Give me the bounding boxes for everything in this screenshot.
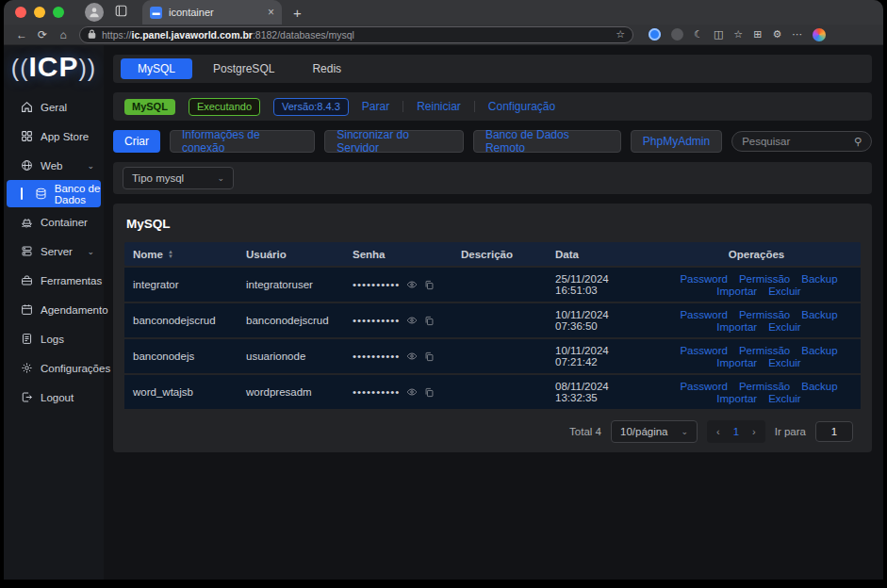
op-backup-link[interactable]: Backup (801, 309, 837, 320)
sync-server-button[interactable]: Sincronizar do Servidor (324, 130, 464, 153)
op-excluir-link[interactable]: Excluir (768, 393, 801, 404)
op-password-link[interactable]: Password (680, 345, 728, 356)
sidebar-item-app-store[interactable]: App Store (4, 122, 104, 151)
home-icon (21, 101, 33, 113)
eye-icon[interactable] (406, 315, 418, 326)
table-row: banconodejscrud banconodejscrud ••••••••… (124, 303, 861, 337)
op-permissao-link[interactable]: Permissão (739, 381, 790, 392)
sidebar-item-logout[interactable]: Logout (4, 383, 104, 412)
cell-data: 25/11/2024 16:51:03 (547, 273, 652, 296)
sidebar-item-server[interactable]: Server ⌄ (4, 237, 104, 266)
config-link[interactable]: Configuração (488, 100, 555, 113)
restart-link[interactable]: Reiniciar (417, 100, 461, 113)
remote-db-button[interactable]: Banco de Dados Remoto (473, 130, 621, 153)
app-area: ((ICP)) Geral App Store Web ⌄ (4, 45, 883, 580)
op-password-link[interactable]: Password (680, 273, 728, 285)
sidebar-item-geral[interactable]: Geral (4, 92, 104, 122)
op-permissao-link[interactable]: Permissão (739, 309, 790, 320)
op-backup-link[interactable]: Backup (801, 381, 837, 392)
eye-icon[interactable] (406, 351, 418, 362)
sidebar-item-configuracoes[interactable]: Configurações (4, 353, 104, 383)
sidebar-item-logs[interactable]: Logs (4, 324, 104, 353)
copy-icon[interactable] (424, 351, 435, 362)
cell-usuario: banconodejscrud (238, 315, 344, 326)
op-password-link[interactable]: Password (680, 381, 728, 392)
sidebar-item-agendamento[interactable]: Agendamento (4, 295, 104, 324)
phpmyadmin-button[interactable]: PhpMyAdmin (631, 130, 722, 153)
sidebar-item-ferramentas[interactable]: Ferramentas (4, 266, 104, 295)
maximize-window-button[interactable] (53, 7, 64, 18)
lock-icon (88, 29, 96, 41)
logs-icon (21, 333, 33, 345)
op-excluir-link[interactable]: Excluir (768, 286, 801, 297)
sidebar-item-label: Logout (41, 392, 74, 403)
copy-icon[interactable] (424, 387, 435, 398)
collections-icon[interactable]: ⊞ (753, 28, 762, 41)
extension-blue-icon[interactable] (649, 28, 661, 41)
back-icon[interactable]: ← (11, 28, 32, 41)
col-nome[interactable]: Nome▲▼ (124, 249, 238, 260)
more-menu-icon[interactable]: ⋯ (792, 28, 802, 41)
op-importar-link[interactable]: Importar (716, 393, 757, 404)
copilot-icon[interactable] (813, 28, 826, 41)
op-excluir-link[interactable]: Excluir (768, 321, 801, 333)
reload-icon[interactable]: ⟳ (32, 28, 53, 41)
page-size-select[interactable]: 10/página ⌄ (611, 420, 698, 443)
home-icon[interactable]: ⌂ (53, 28, 74, 41)
op-backup-link[interactable]: Backup (801, 273, 837, 285)
type-select[interactable]: Tipo mysql ⌄ (123, 167, 234, 189)
op-importar-link[interactable]: Importar (716, 321, 757, 333)
person-icon (88, 6, 101, 19)
op-excluir-link[interactable]: Excluir (768, 357, 801, 368)
goto-page-input[interactable] (815, 421, 853, 442)
search-box[interactable]: ⚲ (731, 131, 872, 152)
toolbox-icon (21, 274, 33, 286)
next-page-button[interactable]: › (752, 426, 756, 437)
connection-info-button[interactable]: Informações de conexão (170, 130, 315, 153)
sidebar-item-label: Geral (41, 102, 67, 113)
current-page[interactable]: 1 (733, 426, 739, 437)
sidebar-item-banco-de-dados[interactable]: Banco de Dados (7, 180, 101, 207)
close-window-button[interactable] (15, 7, 26, 18)
browser-tab[interactable]: ▬ icontainer × (142, 0, 282, 24)
copy-icon[interactable] (424, 316, 435, 326)
bookmark-star-icon[interactable]: ☆ (616, 28, 625, 41)
op-backup-link[interactable]: Backup (801, 345, 837, 356)
browser-toolbar: ← ⟳ ⌂ https://ic.panel.javaworld.com.br:… (4, 24, 883, 45)
split-screen-icon[interactable]: ◫ (714, 28, 723, 41)
eye-icon[interactable] (406, 279, 418, 290)
sidebar-item-container[interactable]: Container (4, 207, 104, 237)
search-input[interactable] (742, 136, 854, 147)
create-button[interactable]: Criar (113, 130, 160, 153)
op-password-link[interactable]: Password (680, 309, 728, 320)
cell-usuario: usuarionode (238, 351, 344, 362)
profile-avatar[interactable] (85, 3, 104, 22)
copy-icon[interactable] (424, 280, 435, 290)
sort-icon[interactable]: ▲▼ (168, 250, 173, 259)
favorites-icon[interactable]: ☆ (733, 28, 743, 41)
col-data: Data (547, 249, 652, 260)
password-mask: •••••••••• (353, 386, 400, 398)
stop-link[interactable]: Parar (362, 100, 389, 113)
tab-redis[interactable]: Redis (295, 58, 358, 79)
tab-postgresql[interactable]: PostgreSQL (196, 58, 291, 79)
new-tab-button[interactable]: + (293, 5, 302, 21)
settings-sync-icon[interactable]: ⚙ (772, 28, 781, 41)
prev-page-button[interactable]: ‹ (716, 426, 720, 437)
tab-mysql[interactable]: MySQL (121, 58, 192, 79)
extension-dim-icon[interactable] (671, 28, 683, 41)
op-permissao-link[interactable]: Permissão (739, 273, 790, 285)
op-importar-link[interactable]: Importar (716, 286, 757, 297)
window-controls[interactable] (4, 7, 74, 18)
cell-data: 10/11/2024 07:21:42 (547, 345, 652, 368)
tab-close-icon[interactable]: × (268, 7, 274, 18)
op-importar-link[interactable]: Importar (716, 357, 757, 368)
minimize-window-button[interactable] (34, 7, 45, 18)
op-permissao-link[interactable]: Permissão (739, 345, 790, 356)
extension-icons: ☾ ◫ ☆ ⊞ ⚙ ⋯ (639, 28, 830, 41)
address-bar[interactable]: https://ic.panel.javaworld.com.br:8182/d… (79, 26, 633, 43)
workspaces-icon[interactable] (115, 4, 127, 21)
sidebar-item-web[interactable]: Web ⌄ (4, 151, 104, 180)
browser-essentials-icon[interactable]: ☾ (694, 28, 703, 41)
eye-icon[interactable] (406, 386, 418, 398)
